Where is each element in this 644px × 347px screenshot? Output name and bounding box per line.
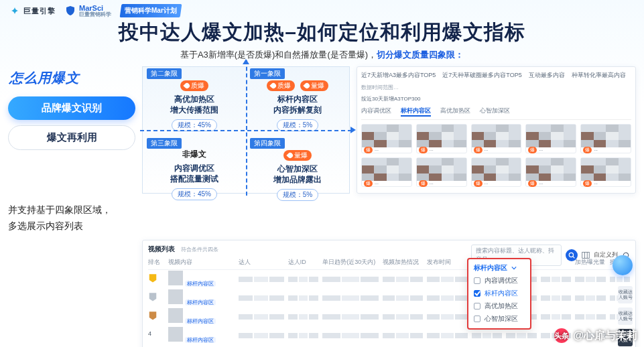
content-card[interactable]: 爆··· — [471, 157, 522, 187]
top-screenshot-panel: 近7天新增A3最多内容TOP5近7天种草破圈最多内容TOP5 互动最多内容种草转… — [357, 66, 636, 194]
table-row[interactable]: 标杆内容区 — [148, 289, 630, 307]
howto-heading: 怎么用爆文 — [8, 66, 135, 91]
side-action[interactable]: 收藏达人账号 — [618, 307, 633, 325]
content-card[interactable]: 爆··· — [580, 157, 631, 187]
content-card[interactable]: 爆··· — [471, 124, 522, 153]
brand-juliang: 巨量引擎 — [9, 5, 56, 16]
q3-scale: 规模：45% — [172, 188, 217, 200]
fire-icon: 量爆 — [300, 80, 328, 91]
quadrant-q2: 第二象限 质爆 高优加热区增大传播范围 规模：45% — [143, 67, 246, 137]
content-card[interactable]: 爆··· — [361, 124, 412, 153]
content-card[interactable]: 爆··· — [416, 124, 467, 153]
q2-scale: 规模：45% — [172, 119, 217, 131]
assistant-bubble-icon[interactable] — [613, 255, 633, 275]
left-column: 怎么用爆文 品牌爆文识别 爆文再利用 并支持基于四象限区域， 多选展示内容列表 — [8, 66, 135, 234]
q3-label: 第三象限 — [147, 138, 182, 149]
brand-plan-badge: 营销科学Mar计划 — [120, 4, 182, 17]
brand-marsci: MarSci巨量营销科学 — [65, 4, 111, 17]
shot1-tab[interactable]: 内容调优区 — [361, 107, 391, 117]
not-hot-label: 非爆文 — [147, 149, 242, 160]
svg-line-1 — [573, 256, 575, 258]
chevron-down-icon — [511, 265, 517, 271]
q1-scale: 规模：5% — [277, 119, 318, 131]
q4-scale: 规模：5% — [277, 189, 318, 201]
side-action[interactable]: 收藏达人账号 — [618, 286, 633, 303]
spark-icon — [9, 5, 20, 16]
content-card[interactable]: 爆··· — [525, 124, 576, 153]
quadrant-q1: 第一象限 质爆 量爆 标杆内容区内容拆解复刻 规模：5% — [246, 67, 349, 137]
q4-label: 第四象限 — [250, 138, 285, 149]
content-card[interactable]: 爆··· — [416, 157, 467, 187]
left-description: 并支持基于四象限区域， 多选展示内容列表 — [8, 202, 135, 234]
quadrant-q4: 第四象限 量爆 心智加深区增加品牌露出 规模：5% — [246, 137, 349, 206]
fire-icon: 量爆 — [283, 150, 312, 161]
tab-brand-hot-detect[interactable]: 品牌爆文识别 — [8, 96, 135, 120]
dropdown-option[interactable]: 内容调优区 — [468, 275, 530, 287]
table-row[interactable]: 标杆内容区 — [148, 270, 630, 289]
content-card[interactable]: 爆··· — [580, 124, 631, 153]
svg-rect-2 — [582, 252, 590, 258]
tab-hot-reuse[interactable]: 爆文再利用 — [8, 125, 135, 150]
shot1-tab[interactable]: 高优加热区 — [440, 107, 470, 117]
zone-dropdown[interactable]: 标杆内容区 内容调优区 标杆内容区 高优加热区 心智加深区 — [467, 258, 531, 330]
content-card[interactable]: 爆··· — [361, 157, 412, 187]
content-card[interactable]: 爆··· — [525, 157, 576, 187]
svg-point-0 — [569, 253, 573, 257]
dropdown-option[interactable]: 心智加深区 — [468, 313, 530, 326]
card-grid: 爆···爆···爆···爆···爆··· — [361, 124, 631, 153]
dropdown-current[interactable]: 标杆内容区 — [468, 262, 530, 275]
search-icon[interactable] — [566, 249, 578, 261]
fire-icon: 质爆 — [180, 80, 208, 91]
shot1-tab[interactable]: 标杆内容区 — [401, 107, 431, 117]
page-title: 投中达人爆文加热–如何定位和利用爆文指标 — [0, 19, 644, 46]
fire-icon: 质爆 — [267, 80, 295, 91]
shot1-header: 近7天新增A3最多内容TOP5近7天种草破圈最多内容TOP5 互动最多内容种草转… — [361, 71, 631, 80]
shield-icon — [65, 5, 76, 16]
toutiao-icon: 头条 — [554, 328, 569, 343]
axis-arrow-up-icon — [243, 59, 249, 64]
q2-label: 第二象限 — [147, 68, 182, 79]
table-row[interactable]: 标杆内容区 — [148, 307, 630, 326]
dropdown-option[interactable]: 高优加热区 — [468, 300, 530, 313]
axis-arrow-right-icon — [350, 127, 356, 133]
brand-row: 巨量引擎 MarSci巨量营销科学 营销科学Mar计划 — [0, 0, 644, 17]
subtitle: 基于A3新增率(是否质爆)和自然播放量(是否量爆)，切分爆文质量四象限： — [0, 49, 644, 61]
shot1-tab[interactable]: 心智加深区 — [480, 107, 510, 117]
table-title: 视频列表 — [148, 245, 175, 253]
custom-columns[interactable]: 自定义列 — [594, 251, 618, 259]
shot1-tabs: 内容调优区 标杆内容区 高优加热区 心智加深区 — [361, 107, 631, 120]
quadrant-chart: 第二象限 质爆 高优加热区增大传播范围 规模：45% 第一象限 质爆 量爆 标杆… — [142, 66, 350, 234]
quadrant-q3: 第三象限 非爆文 内容调优区搭配流量测试 规模：45% — [143, 137, 246, 206]
q1-label: 第一象限 — [250, 68, 285, 79]
dropdown-option[interactable]: 标杆内容区 — [468, 287, 530, 300]
columns-icon[interactable] — [582, 251, 590, 259]
card-grid: 爆···爆···爆···爆···爆··· — [361, 157, 631, 187]
watermark: 头条 @心扉与茉莉 — [554, 328, 637, 343]
